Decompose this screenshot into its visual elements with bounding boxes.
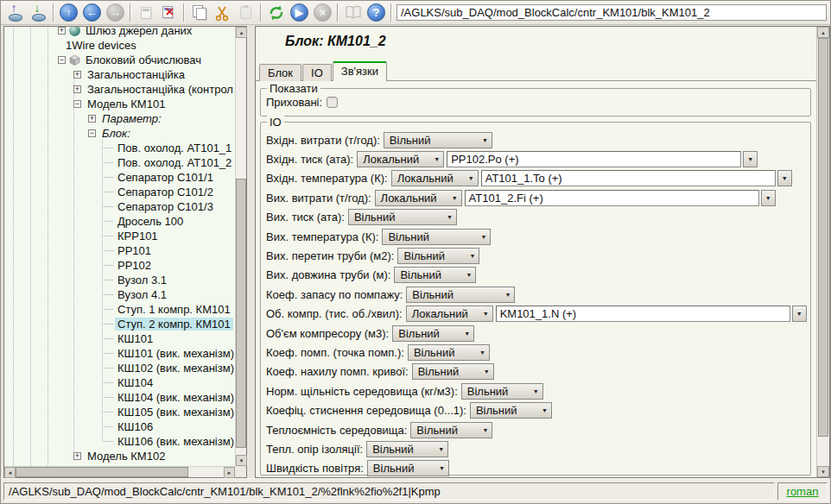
tree-item[interactable]: Пов. охолод. АТ101_2 <box>4 155 235 170</box>
collapse-toggle-icon[interactable]: − <box>73 100 81 108</box>
help-button[interactable]: ? <box>365 2 388 23</box>
tree-item[interactable]: РР102 <box>4 258 235 273</box>
tree-item[interactable]: КМ10 <box>4 463 235 466</box>
tree-item[interactable]: КШ104 (вик. механізм) <box>4 390 235 405</box>
scrollbar-thumb[interactable] <box>818 38 828 437</box>
io-mode-select[interactable]: Локальний <box>375 190 462 206</box>
io-mode-select[interactable]: Вільний <box>410 422 492 438</box>
tree-item[interactable]: +Загальностанційка (контрол <box>4 82 235 97</box>
tab-links[interactable]: Зв'язки <box>333 61 387 81</box>
nav-up-button[interactable]: ↑ <box>57 2 80 23</box>
tab-io[interactable]: IO <box>302 64 332 81</box>
io-link-value-field[interactable]: AT101_1.To (+) <box>481 170 776 186</box>
expand-toggle-icon[interactable]: + <box>58 27 66 35</box>
tree-item[interactable]: +Шлюз джерел даних <box>4 27 235 38</box>
tree-item[interactable]: Пов. охолод. АТ101_1 <box>4 141 235 155</box>
io-mode-select[interactable]: Вільний <box>392 325 474 342</box>
tree-item[interactable]: КШ105 (вик. механізм) <box>4 405 235 419</box>
expand-toggle-icon[interactable]: + <box>73 452 81 460</box>
copy-item-button[interactable] <box>187 2 211 23</box>
tree-item[interactable]: −Блоковий обчислювач <box>4 53 235 67</box>
hidden-checkbox[interactable] <box>327 97 338 108</box>
io-mode-select[interactable]: Вільний <box>367 460 449 476</box>
io-mode-select[interactable]: Вільний <box>412 363 494 380</box>
scroll-left-button[interactable]: ◄ <box>4 467 16 478</box>
tree-item[interactable]: КШ106 (вик. механізм) <box>4 434 235 449</box>
tree-item[interactable]: Дросель 100 <box>4 214 235 229</box>
tree-item[interactable]: Сепаратор С101/1 <box>4 170 235 185</box>
tree-item[interactable]: 1Wire devices <box>4 38 235 53</box>
nav-back-button[interactable]: ← <box>80 2 104 23</box>
io-mode-select[interactable]: Локальний <box>406 306 493 322</box>
toolbar-separator <box>53 3 54 22</box>
tree-item[interactable]: −Блок: <box>4 126 235 141</box>
scroll-up-button[interactable]: ▲ <box>236 27 247 38</box>
tree-item[interactable]: КШ106 <box>4 419 235 434</box>
tab-block[interactable]: Блок <box>259 64 301 81</box>
tree-item[interactable]: РР101 <box>4 243 235 258</box>
io-label: Коеф. нахилу помп. кривої: <box>266 365 409 378</box>
io-link-dropdown-button[interactable]: ▼ <box>761 190 776 206</box>
start-button[interactable]: ▶ <box>288 2 311 23</box>
io-mode-select[interactable]: Вільний <box>470 402 552 419</box>
expand-toggle-icon[interactable]: + <box>73 85 81 93</box>
io-label: Коефіц. стиснення середовища (0...1): <box>266 404 466 417</box>
tree-connector <box>104 309 113 310</box>
cut-item-button[interactable] <box>211 2 234 23</box>
io-mode-select[interactable]: Вільний <box>408 344 490 361</box>
io-mode-select[interactable]: Вільний <box>406 287 515 303</box>
scrollbar-thumb[interactable] <box>16 467 188 477</box>
io-mode-select[interactable]: Вільний <box>366 441 448 457</box>
scroll-down-button[interactable]: ▼ <box>236 455 247 466</box>
toolbar-separator <box>260 3 262 22</box>
tree-item[interactable]: Сепаратор С101/2 <box>4 185 235 199</box>
tree-item[interactable]: +Модель КМ102 <box>4 449 235 463</box>
scroll-up-button[interactable]: ▲ <box>817 27 829 38</box>
io-mode-select[interactable]: Локальний <box>391 170 479 186</box>
user-link[interactable]: roman <box>787 485 819 498</box>
tree-item[interactable]: Сепаратор С101/3 <box>4 199 235 214</box>
io-mode-select[interactable]: Вільний <box>348 209 457 225</box>
main-area: +Шлюз джерел даних1Wire devices−Блоковий… <box>1 25 830 478</box>
io-link-dropdown-button[interactable]: ▼ <box>777 170 792 186</box>
refresh-button[interactable] <box>264 2 288 23</box>
scrollbar-thumb[interactable] <box>236 179 246 448</box>
expand-toggle-icon[interactable]: + <box>88 115 96 123</box>
tree-item[interactable]: Ступ. 1 компр. КМ101 <box>4 302 235 317</box>
tree-item[interactable]: КШ102 (вик. механізм) <box>4 361 235 375</box>
io-link-value-field[interactable]: PP102.Po (+) <box>447 151 741 167</box>
io-mode-select[interactable]: Вільний <box>394 267 476 283</box>
tree-item[interactable]: Ступ. 2 компр. КМ101 <box>4 317 235 331</box>
scroll-right-button[interactable]: ► <box>224 467 235 478</box>
expand-toggle-icon[interactable]: + <box>73 71 81 79</box>
io-mode-select[interactable]: Локальний <box>357 151 444 167</box>
tree-item[interactable]: КШ104 <box>4 375 235 390</box>
io-link-value-field[interactable]: AT101_2.Fi (+) <box>465 190 759 206</box>
io-label: Вих. температура (К): <box>266 230 378 243</box>
load-from-db-button[interactable]: ↑ <box>3 2 27 23</box>
tab-bar: Блок IO Зв'язки <box>259 61 387 81</box>
tree-item[interactable]: Вузол 4.1 <box>4 287 235 302</box>
tree-item[interactable]: КРР101 <box>4 229 235 243</box>
tree-item[interactable]: КШ101 (вик. механізм) <box>4 346 235 361</box>
io-link-dropdown-button[interactable]: ▼ <box>743 151 758 167</box>
io-link-dropdown-button[interactable]: ▼ <box>792 306 807 322</box>
io-mode-select[interactable]: Вільний <box>382 229 491 245</box>
tree-item[interactable]: +Параметр: <box>4 111 235 126</box>
cube-icon <box>69 54 80 66</box>
address-bar[interactable] <box>396 4 827 21</box>
io-mode-select[interactable]: Вільний <box>461 383 543 400</box>
delete-item-button[interactable]: × <box>157 2 181 23</box>
save-to-db-button[interactable]: ↓ <box>27 2 50 23</box>
tree-item[interactable]: +Загальностанційка <box>4 67 235 82</box>
collapse-toggle-icon[interactable]: − <box>58 56 66 64</box>
tree-item[interactable]: −Модель КМ101 <box>4 97 235 111</box>
io-link-value-field[interactable]: KM101_1.N (+) <box>496 306 790 322</box>
collapse-toggle-icon[interactable]: − <box>88 129 96 137</box>
io-mode-select[interactable]: Вільний <box>397 248 479 264</box>
tree-item[interactable]: Вузол 3.1 <box>4 273 235 287</box>
io-mode-select[interactable]: Вільний <box>384 132 492 148</box>
tree-item[interactable]: КШ101 <box>4 331 235 346</box>
manual-button[interactable] <box>341 2 365 23</box>
scroll-down-button[interactable]: ▼ <box>817 466 829 477</box>
